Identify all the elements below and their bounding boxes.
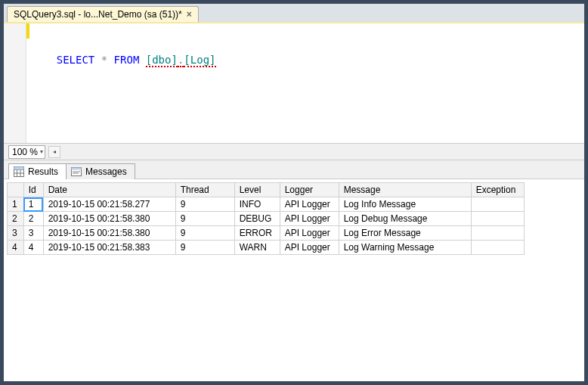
tab-label: Messages xyxy=(85,166,127,177)
tab-results[interactable]: Results xyxy=(8,163,67,179)
grid-corner[interactable] xyxy=(8,183,24,197)
sql-token: * xyxy=(101,54,107,66)
grid-cell[interactable]: Log Debug Message xyxy=(339,212,471,226)
sql-editor-window: SQLQuery3.sql - lo...Net_Demo (sa (51))*… xyxy=(3,3,585,382)
column-header-level[interactable]: Level xyxy=(234,183,280,197)
table-row[interactable]: 332019-10-15 00:21:58.3809ERRORAPI Logge… xyxy=(8,226,525,241)
sql-identifier: [Log] xyxy=(184,54,215,67)
sql-keyword: FROM xyxy=(114,54,140,66)
grid-cell[interactable] xyxy=(471,226,524,241)
column-header-date[interactable]: Date xyxy=(43,183,175,197)
grid-cell[interactable]: 2 xyxy=(23,212,43,226)
scroll-left-button[interactable]: ◂ xyxy=(48,146,60,158)
row-header[interactable]: 2 xyxy=(8,212,24,226)
zoom-value: 100 % xyxy=(12,147,38,157)
grid-cell[interactable]: 1 xyxy=(23,197,43,212)
grid-cell[interactable] xyxy=(471,197,524,212)
grid-cell[interactable]: API Logger xyxy=(280,212,339,226)
results-grid-icon xyxy=(14,166,24,177)
column-header-logger[interactable]: Logger xyxy=(280,183,339,197)
grid-header-row: Id Date Thread Level Logger Message Exce… xyxy=(8,183,525,197)
row-header[interactable]: 3 xyxy=(8,226,24,241)
grid-cell[interactable]: 3 xyxy=(23,226,43,241)
grid-cell[interactable]: 9 xyxy=(175,226,234,241)
document-tab-title: SQLQuery3.sql - lo...Net_Demo (sa (51))* xyxy=(14,9,182,20)
results-grid[interactable]: Id Date Thread Level Logger Message Exce… xyxy=(7,182,525,255)
results-tab-bar: Results Messages xyxy=(4,160,584,179)
grid-cell[interactable]: 2019-10-15 00:21:58.277 xyxy=(43,197,175,212)
grid-cell[interactable]: WARN xyxy=(234,241,280,255)
zoom-bar: 100 % ▾ ◂ xyxy=(4,143,584,160)
grid-cell[interactable]: 4 xyxy=(23,241,43,255)
grid-cell[interactable]: API Logger xyxy=(280,241,339,255)
results-grid-container: Id Date Thread Level Logger Message Exce… xyxy=(4,179,584,381)
sql-editor[interactable]: SELECT * FROM [dbo].[Log] xyxy=(4,22,584,143)
grid-cell[interactable]: 2019-10-15 00:21:58.383 xyxy=(43,241,175,255)
sql-identifier: [dbo] xyxy=(146,54,178,67)
tab-messages[interactable]: Messages xyxy=(66,163,135,179)
chevron-down-icon: ▾ xyxy=(40,148,43,155)
grid-cell[interactable]: Log Error Message xyxy=(339,226,471,241)
grid-cell[interactable]: Log Warning Message xyxy=(339,241,471,255)
zoom-dropdown[interactable]: 100 % ▾ xyxy=(8,145,45,159)
svg-rect-7 xyxy=(72,168,82,170)
column-header-thread[interactable]: Thread xyxy=(175,183,234,197)
grid-cell[interactable]: API Logger xyxy=(280,197,339,212)
editor-gutter xyxy=(4,23,26,143)
grid-cell[interactable]: 9 xyxy=(175,241,234,255)
grid-cell[interactable]: 9 xyxy=(175,212,234,226)
grid-cell[interactable] xyxy=(471,212,524,226)
close-icon[interactable]: × xyxy=(187,9,192,20)
row-header[interactable]: 4 xyxy=(8,241,24,255)
grid-cell[interactable]: INFO xyxy=(234,197,280,212)
chevron-left-icon: ◂ xyxy=(53,148,56,155)
tab-label: Results xyxy=(28,166,58,177)
grid-cell[interactable]: 9 xyxy=(175,197,234,212)
grid-cell[interactable]: Log Info Message xyxy=(339,197,471,212)
sql-keyword: SELECT xyxy=(57,54,95,66)
change-marker xyxy=(26,23,29,39)
table-row[interactable]: 112019-10-15 00:21:58.2779INFOAPI Logger… xyxy=(8,197,525,212)
svg-rect-5 xyxy=(14,167,24,170)
column-header-id[interactable]: Id xyxy=(23,183,43,197)
column-header-message[interactable]: Message xyxy=(339,183,471,197)
row-header[interactable]: 1 xyxy=(8,197,24,212)
grid-cell[interactable]: DEBUG xyxy=(234,212,280,226)
grid-cell[interactable] xyxy=(471,241,524,255)
grid-cell[interactable]: 2019-10-15 00:21:58.380 xyxy=(43,226,175,241)
document-tab-bar: SQLQuery3.sql - lo...Net_Demo (sa (51))*… xyxy=(4,4,584,22)
table-row[interactable]: 442019-10-15 00:21:58.3839WARNAPI Logger… xyxy=(8,241,525,255)
grid-cell[interactable]: ERROR xyxy=(234,226,280,241)
grid-cell[interactable]: 2019-10-15 00:21:58.380 xyxy=(43,212,175,226)
document-tab[interactable]: SQLQuery3.sql - lo...Net_Demo (sa (51))*… xyxy=(7,6,199,22)
column-header-exception[interactable]: Exception xyxy=(471,183,524,197)
grid-cell[interactable]: API Logger xyxy=(280,226,339,241)
table-row[interactable]: 222019-10-15 00:21:58.3809DEBUGAPI Logge… xyxy=(8,212,525,226)
messages-icon xyxy=(71,166,82,177)
